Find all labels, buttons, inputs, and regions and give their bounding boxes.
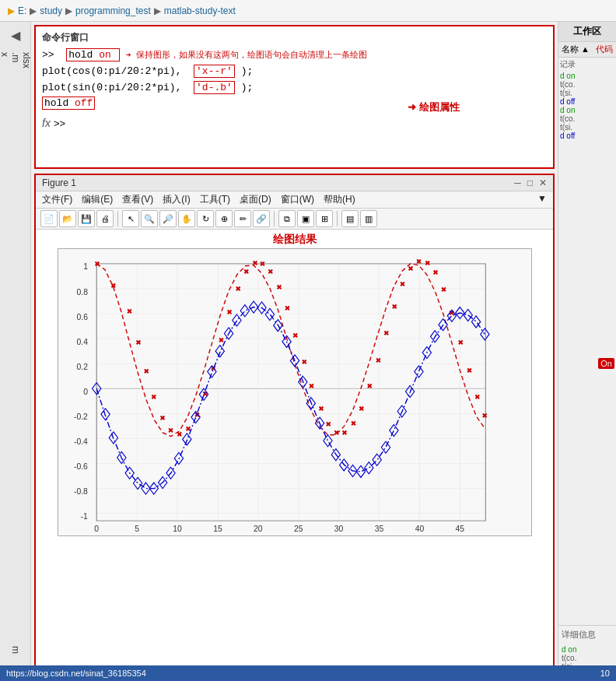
right-log: 记录 d on t(co. t(si. d off d on t(co. t(s… (558, 58, 616, 625)
cmd-line-3: plot(sin(0:pi/20:2*pi), 'd-.b' ); (42, 80, 547, 97)
nav-programming[interactable]: programming_test (75, 5, 151, 16)
hold-off-box: hold off (42, 97, 95, 110)
left-sidebar: ◀ xlsx.mx m ◀ (0, 22, 31, 681)
menu-window[interactable]: 窗口(W) (281, 193, 314, 206)
fx-prompt: >> (54, 118, 65, 129)
nav-arrow-1: ▶ (30, 5, 37, 16)
svg-text:×: × (160, 413, 165, 422)
toolbar-new[interactable]: 📄 (40, 210, 58, 227)
log-t-si-2: t(si. (560, 123, 614, 132)
svg-text:×: × (359, 404, 364, 412)
svg-marker-123 (364, 462, 373, 474)
svg-text:×: × (285, 304, 289, 312)
center-content: 命令行窗口 >> hold on ➜ 保持图形，如果没有这两句，绘图语句会自动清… (31, 22, 558, 681)
svg-marker-126 (389, 425, 397, 437)
figure-menubar: 文件(F) 编辑(E) 查看(V) 插入(I) 工具(T) 桌面(D) 窗口(W… (36, 191, 553, 209)
toolbar-grid[interactable]: ⊞ (316, 210, 333, 227)
svg-text:×: × (319, 404, 324, 412)
svg-text:×: × (467, 366, 471, 374)
log-t-co-2: t(co. (560, 114, 614, 123)
cmd-line-1: >> hold on ➜ 保持图形，如果没有这两句，绘图语句会自动清理上一条绘图 (42, 47, 547, 64)
bottom-t-co: t(co. (562, 654, 613, 662)
svg-text:×: × (219, 335, 223, 344)
svg-text:-0.2: -0.2 (74, 412, 88, 421)
menu-edit[interactable]: 编辑(E) (82, 193, 113, 206)
toolbar-colorbar[interactable]: ▥ (360, 210, 377, 227)
menu-file[interactable]: 文件(F) (42, 193, 72, 206)
toolbar-data[interactable]: ⊕ (215, 210, 233, 227)
svg-text:×: × (326, 419, 331, 428)
svg-text:0.8: 0.8 (76, 288, 88, 297)
nav-e[interactable]: E: (18, 5, 26, 16)
svg-text:×: × (144, 367, 149, 375)
annotation-plot-attr: ➜ 绘图属性 (408, 100, 460, 114)
sidebar-item-xlsxm[interactable]: xlsx.mx (0, 52, 32, 68)
sidebar-expand-btn[interactable]: ◀ (11, 28, 20, 43)
svg-text:×: × (475, 392, 480, 401)
toolbar-zoom-in[interactable]: 🔍 (141, 210, 158, 227)
string-val-db: 'd-.b' (196, 82, 233, 93)
toolbar-save[interactable]: 💾 (78, 210, 95, 227)
hold-on-box: hold on (66, 48, 119, 61)
status-url: https://blog.csdn.net/sinat_36185354 (6, 669, 146, 678)
cmd-line-4: hold off (42, 96, 547, 112)
command-window: 命令行窗口 >> hold on ➜ 保持图形，如果没有这两句，绘图语句会自动清… (34, 25, 555, 169)
status-time: 10 (600, 669, 610, 678)
toolbar-zoom-out[interactable]: 🔎 (159, 210, 177, 227)
svg-marker-125 (381, 441, 390, 453)
svg-text:25: 25 (293, 525, 303, 533)
toolbar-brush[interactable]: ✏ (234, 210, 251, 227)
toolbar-print[interactable]: 🖨 (96, 210, 114, 227)
svg-text:×: × (177, 430, 182, 438)
menu-view[interactable]: 查看(V) (122, 193, 153, 206)
svg-text:×: × (376, 356, 380, 364)
workspace-title: 工作区 (562, 25, 613, 38)
maximize-btn[interactable]: □ (527, 177, 533, 188)
toolbar-sep-3 (337, 211, 338, 226)
toolbar-hand[interactable]: ✋ (178, 210, 195, 227)
svg-text:×: × (127, 307, 131, 315)
toolbar-rotate[interactable]: ↻ (197, 210, 214, 227)
svg-marker-122 (356, 465, 365, 477)
toolbar-copy[interactable]: ⧉ (278, 210, 296, 227)
svg-text:×: × (367, 381, 372, 390)
toolbar-select[interactable]: ↖ (122, 210, 139, 227)
menu-help[interactable]: 帮助(H) (324, 193, 355, 206)
svg-text:0: 0 (83, 388, 88, 396)
menu-expand[interactable]: ▼ (537, 193, 547, 206)
svg-text:×: × (136, 338, 141, 346)
nav-study[interactable]: study (40, 5, 62, 16)
plot-title: 绘图结果 (273, 233, 317, 247)
toolbar-link[interactable]: 🔗 (253, 210, 270, 227)
svg-text:×: × (384, 328, 389, 337)
svg-text:×: × (334, 428, 338, 437)
figure-titlebar: Figure 1 ─ □ ✕ (36, 175, 553, 191)
toolbar-sep-1 (117, 211, 118, 226)
svg-text:×: × (408, 264, 413, 272)
folder-icon: ▶ (8, 5, 15, 16)
toolbar-open[interactable]: 📂 (59, 210, 76, 227)
figure-title: Figure 1 (42, 177, 76, 188)
svg-text:-1: -1 (80, 512, 87, 521)
svg-text:×: × (111, 281, 116, 290)
minimize-btn[interactable]: ─ (514, 177, 521, 188)
fx-line: fx >> (42, 117, 547, 129)
menu-tools[interactable]: 工具(T) (200, 193, 230, 206)
keyword-hold: hold (68, 49, 99, 61)
svg-text:×: × (458, 338, 463, 346)
svg-text:×: × (268, 267, 273, 276)
svg-text:0.4: 0.4 (76, 338, 88, 346)
menu-insert[interactable]: 插入(I) (163, 193, 190, 206)
menu-desktop[interactable]: 桌面(D) (240, 193, 271, 206)
svg-text:×: × (416, 257, 421, 265)
right-sidebar: 工作区 名称 ▲ 代码 记录 d on t(co. t(si. d off d … (558, 22, 616, 681)
svg-marker-129 (414, 366, 422, 377)
svg-text:×: × (168, 426, 173, 434)
svg-text:-0.6: -0.6 (74, 462, 88, 471)
nav-matlab[interactable]: matlab-study-text (164, 5, 236, 16)
close-btn[interactable]: ✕ (539, 177, 547, 188)
sidebar-item-m[interactable]: m (10, 646, 21, 654)
toolbar-insert[interactable]: ▣ (297, 210, 314, 227)
toolbar-legend[interactable]: ▤ (341, 210, 359, 227)
svg-text:30: 30 (334, 525, 343, 533)
